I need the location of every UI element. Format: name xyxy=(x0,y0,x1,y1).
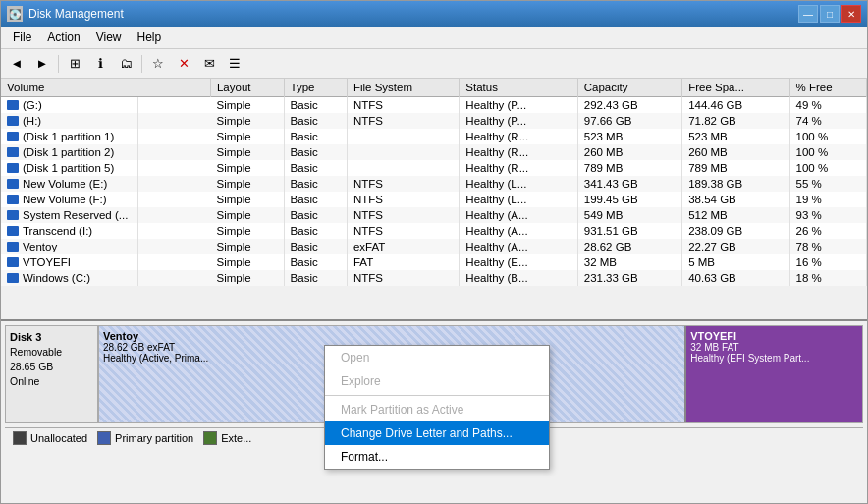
cell-fs: NTFS xyxy=(347,192,459,207)
context-menu-item[interactable]: Format... xyxy=(325,445,549,469)
cell-status: Healthy (R... xyxy=(460,160,577,176)
cell-free: 189.38 GB xyxy=(682,176,789,192)
col-pct[interactable]: % Free xyxy=(789,79,866,97)
legend-unallocated-box xyxy=(13,431,27,445)
forward-button[interactable]: ► xyxy=(30,53,54,75)
cell-capacity: 199.45 GB xyxy=(577,192,681,207)
col-volume[interactable]: Volume xyxy=(1,79,210,97)
table-row[interactable]: (Disk 1 partition 5) Simple Basic Health… xyxy=(1,160,867,176)
cell-pct: 78 % xyxy=(789,239,866,254)
table-row[interactable]: (H:) Simple Basic NTFS Healthy (P... 97.… xyxy=(1,113,867,129)
title-bar-left: 💽 Disk Management xyxy=(7,6,124,22)
col-status[interactable]: Status xyxy=(460,79,577,97)
cell-layout: Simple xyxy=(210,223,284,239)
cell-layout: Simple xyxy=(210,207,284,223)
cell-status: Healthy (P... xyxy=(460,113,577,129)
cell-type: Basic xyxy=(284,270,347,286)
cell-capacity: 231.33 GB xyxy=(577,270,681,286)
table-row[interactable]: (Disk 1 partition 2) Simple Basic Health… xyxy=(1,144,867,160)
col-type[interactable]: Type xyxy=(284,79,347,97)
separator-2 xyxy=(141,55,142,73)
cell-fs: NTFS xyxy=(347,270,459,286)
legend-primary: Primary partition xyxy=(97,431,193,445)
menu-bar: File Action View Help xyxy=(1,27,867,49)
disk-label: Disk 3 Removable 28.65 GB Online xyxy=(5,325,98,423)
cell-layout: Simple xyxy=(210,160,284,176)
table-row[interactable]: Transcend (I:) Simple Basic NTFS Healthy… xyxy=(1,223,867,239)
cell-type: Basic xyxy=(284,223,347,239)
legend-extended: Exte... xyxy=(203,431,251,445)
mail-button[interactable]: ✉ xyxy=(197,53,221,75)
cell-type: Basic xyxy=(284,239,347,254)
volume-table-section[interactable]: Volume Layout Type File System Status Ca… xyxy=(1,79,867,321)
cell-layout: Simple xyxy=(210,97,284,114)
cell-volume: System Reserved (... xyxy=(1,207,138,223)
context-menu-item[interactable]: Change Drive Letter and Paths... xyxy=(325,421,549,445)
list-button[interactable]: ☰ xyxy=(223,53,246,75)
col-layout[interactable]: Layout xyxy=(210,79,284,97)
cell-layout: Simple xyxy=(210,176,284,192)
cell-fs: exFAT xyxy=(347,239,459,254)
cell-capacity: 341.43 GB xyxy=(577,176,681,192)
cell-type: Basic xyxy=(284,144,347,160)
cell-fs: NTFS xyxy=(347,113,459,129)
cell-type: Basic xyxy=(284,207,347,223)
context-menu-item: Open xyxy=(325,346,549,369)
table-row[interactable]: System Reserved (... Simple Basic NTFS H… xyxy=(1,207,867,223)
grid-button[interactable]: ⊞ xyxy=(63,53,86,75)
cell-volume: (Disk 1 partition 5) xyxy=(1,160,138,176)
partition-size: 32 MB FAT xyxy=(690,342,858,353)
disk-row: Disk 3 Removable 28.65 GB Online Ventoy … xyxy=(5,325,863,423)
cell-capacity: 97.66 GB xyxy=(577,113,681,129)
cell-status: Healthy (P... xyxy=(460,97,577,114)
main-content: Volume Layout Type File System Status Ca… xyxy=(1,79,867,503)
cell-volume: Transcend (I:) xyxy=(1,223,138,239)
star-button[interactable]: ☆ xyxy=(146,53,170,75)
legend-extended-label: Exte... xyxy=(221,432,251,444)
cell-free: 523 MB xyxy=(682,129,789,144)
menu-view[interactable]: View xyxy=(88,28,130,46)
cell-volume: Windows (C:) xyxy=(1,270,138,286)
cell-free: 512 MB xyxy=(682,207,789,223)
menu-action[interactable]: Action xyxy=(39,28,87,46)
cell-layout: Simple xyxy=(210,129,284,144)
table-row[interactable]: New Volume (E:) Simple Basic NTFS Health… xyxy=(1,176,867,192)
prop-button[interactable]: 🗂 xyxy=(114,53,137,75)
delete-button[interactable]: ✕ xyxy=(172,53,195,75)
legend-extended-box xyxy=(203,431,217,445)
table-row[interactable]: Ventoy Simple Basic exFAT Healthy (A... … xyxy=(1,239,867,254)
cell-type: Basic xyxy=(284,160,347,176)
cell-fs: NTFS xyxy=(347,223,459,239)
legend-primary-label: Primary partition xyxy=(115,432,193,444)
context-separator xyxy=(325,395,549,396)
close-button[interactable]: ✕ xyxy=(841,5,861,23)
disk-size: 28.65 GB xyxy=(10,360,93,374)
disk-status: Online xyxy=(10,374,93,389)
menu-help[interactable]: Help xyxy=(130,28,170,46)
table-header-row: Volume Layout Type File System Status Ca… xyxy=(1,79,867,97)
back-button[interactable]: ◄ xyxy=(5,53,28,75)
context-menu-item: Mark Partition as Active xyxy=(325,398,549,421)
table-row[interactable]: (Disk 1 partition 1) Simple Basic Health… xyxy=(1,129,867,144)
minimize-button[interactable]: — xyxy=(798,5,818,23)
volume-table: Volume Layout Type File System Status Ca… xyxy=(1,79,867,286)
table-row[interactable]: VTOYEFI Simple Basic FAT Healthy (E... 3… xyxy=(1,254,867,270)
cell-layout: Simple xyxy=(210,270,284,286)
cell-capacity: 28.62 GB xyxy=(577,239,681,254)
maximize-button[interactable]: □ xyxy=(820,5,840,23)
table-row[interactable]: Windows (C:) Simple Basic NTFS Healthy (… xyxy=(1,270,867,286)
menu-file[interactable]: File xyxy=(5,28,39,46)
cell-fs: NTFS xyxy=(347,176,459,192)
cell-pct: 18 % xyxy=(789,270,866,286)
cell-status: Healthy (L... xyxy=(460,176,577,192)
cell-volume: Ventoy xyxy=(1,239,138,254)
cell-pct: 16 % xyxy=(789,254,866,270)
col-capacity[interactable]: Capacity xyxy=(577,79,681,97)
table-row[interactable]: (G:) Simple Basic NTFS Healthy (P... 292… xyxy=(1,97,867,114)
cell-fs: NTFS xyxy=(347,97,459,114)
col-filesystem[interactable]: File System xyxy=(347,79,459,97)
partition-1[interactable]: VTOYEFI 32 MB FAT Healthy (EFI System Pa… xyxy=(686,326,862,422)
info-button[interactable]: ℹ xyxy=(88,53,112,75)
col-freespace[interactable]: Free Spa... xyxy=(682,79,789,97)
table-row[interactable]: New Volume (F:) Simple Basic NTFS Health… xyxy=(1,192,867,207)
